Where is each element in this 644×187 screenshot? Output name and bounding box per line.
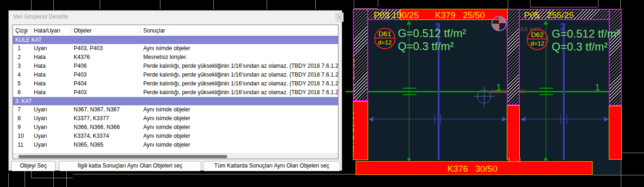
column-header-objects[interactable]: Objeler <box>71 27 141 34</box>
table-row[interactable]: 10UyarıK3374, K3374Aynı isimde objeler <box>13 132 338 141</box>
slab-tag-thickness: d=12 <box>375 39 395 49</box>
axis-arrow-up <box>543 20 548 25</box>
cell-type: Uyarı <box>32 141 71 149</box>
cell-objects: N365, N365 <box>71 141 141 149</box>
cell-line: 1 <box>13 44 32 53</box>
grid-line <box>622 153 644 153</box>
horizontal-scrollbar[interactable] <box>13 153 338 159</box>
cell-line: 7 <box>13 105 32 114</box>
grid-line <box>267 0 267 9</box>
slab-load-g: G=0.512 tf/m² <box>552 27 620 40</box>
beam-k371[interactable]: K371 25/50 <box>353 101 368 160</box>
cell-type: Hata <box>32 53 71 62</box>
grid-line <box>378 0 378 7</box>
select-same-results-all-floors-button[interactable]: Tüm Katlarda Sonuçları Aynı Olan Objeler… <box>203 161 340 171</box>
column-header-results[interactable]: Sonuçlar <box>141 27 338 34</box>
cell-objects: P404 <box>71 79 141 88</box>
cell-line: 5 <box>13 79 32 88</box>
column-separator <box>140 26 140 35</box>
slab-tag-d62[interactable]: D62 d=12 <box>527 29 548 50</box>
axis-1-label: 1 <box>595 83 600 92</box>
cell-result: Perde kalınlığı, perde yüksekliğinin 1/1… <box>141 79 338 88</box>
table-row[interactable]: 5HataP404Perde kalınlığı, perde yüksekli… <box>13 79 338 88</box>
dimension-arrow <box>521 117 525 122</box>
grid-line <box>31 171 32 178</box>
app-canvas: { "dialog": { "title": "Veri Girişlerini… <box>0 0 644 187</box>
table-header: Çizgi Hata/Uyarı Objeler Sonuçlar <box>13 25 338 36</box>
grid-line <box>593 175 644 175</box>
dialog-title: Veri Girişlerini Denetle <box>13 13 68 20</box>
grid-line <box>508 0 508 9</box>
column-separator <box>70 26 71 35</box>
beam-label: K376 30/50 <box>447 164 497 174</box>
grid-line <box>598 0 599 7</box>
slab-tag-thickness: d=12 <box>528 39 547 50</box>
column-header-type[interactable]: Hata/Uyarı <box>32 27 71 34</box>
group-header-row[interactable]: KULE KAT <box>13 36 338 44</box>
dimension-line <box>370 119 507 119</box>
cell-result: Aynı isimde objeler <box>141 44 338 53</box>
wall-p03-left[interactable]: P03 25/220 <box>353 9 368 101</box>
cell-objects: K4376 <box>71 53 141 62</box>
column-separator <box>31 26 31 35</box>
grid-line <box>73 174 356 174</box>
table-row[interactable]: 1UyarıP403, P403Aynı isimde objeler <box>13 44 338 53</box>
axis-foot <box>544 158 547 161</box>
table-row[interactable]: 6HataP403Perde kalınlığı, perde yüksekli… <box>13 88 338 97</box>
grid-line <box>31 0 32 10</box>
table-row[interactable]: 2HataK4376Mesnetsiz kirişler. <box>13 53 338 62</box>
cell-result: Perde kalınlığı, perde yüksekliğinin 1/1… <box>141 62 338 71</box>
select-same-results-floor-button[interactable]: İlgili katta Sonuçları Aynı Olan Objeler… <box>59 161 201 171</box>
cell-result: Perde kalınlığı, perde yüksekliğinin 1/1… <box>141 88 338 97</box>
cell-type: Uyarı <box>32 105 71 114</box>
wall-p04-left[interactable]: P04 25/220 <box>507 9 520 105</box>
cell-line: 3 <box>13 62 32 71</box>
cell-result: Aynı isimde objeler <box>141 132 338 141</box>
close-icon[interactable]: x <box>335 13 344 22</box>
north-symbol-icon <box>491 16 507 31</box>
group-header-row[interactable]: 3. KAT <box>13 97 338 105</box>
cell-objects: P403, P403 <box>71 44 141 53</box>
cell-line: 10 <box>13 132 32 141</box>
axis-tick <box>402 88 416 89</box>
table-row[interactable]: 3HataP406Perde kalınlığı, perde yüksekli… <box>13 62 338 71</box>
wall-p06-right[interactable]: P06 25/220 <box>609 9 622 106</box>
table-row[interactable]: 7UyarıN367, N367, N367Aynı isimde objele… <box>13 105 338 114</box>
table-row[interactable]: 8UyarıK3377, K3377Aynı isimde objeler <box>13 114 338 123</box>
dimension-line <box>521 119 609 119</box>
cell-line: 2 <box>13 53 32 62</box>
grid-line <box>530 7 598 7</box>
cell-type: Hata <box>32 88 71 97</box>
dimension-arrow <box>604 117 609 122</box>
dimension-tick <box>434 114 435 124</box>
grid-line <box>53 171 54 187</box>
cell-type: Hata <box>32 71 71 79</box>
table-row[interactable]: 9UyarıN366, N366, N366Aynı isimde objele… <box>13 123 338 132</box>
table-row[interactable]: 11UyarıN365, N365Aynı isimde objeler <box>13 141 338 149</box>
cell-objects: P403 <box>71 88 141 97</box>
axis-1-label: 1 <box>496 83 501 92</box>
cell-objects: N366, N366, N366 <box>71 123 141 132</box>
results-table: Çizgi Hata/Uyarı Objeler Sonuçlar KULE K… <box>13 25 338 159</box>
cell-objects: N367, N367, N367 <box>71 105 141 114</box>
grid-line <box>620 0 621 9</box>
cell-result: Aynı isimde objeler <box>141 105 338 114</box>
check-data-entries-dialog: Veri Girişlerini Denetle x Çizgi Hata/Uy… <box>8 10 342 171</box>
slab-tag-d61[interactable]: D61 d=12 <box>374 28 395 49</box>
cell-type: Uyarı <box>32 123 71 132</box>
scrollbar-thumb[interactable] <box>19 155 227 158</box>
beam-k372[interactable]: K372 25/50 <box>609 106 622 160</box>
grid-line <box>160 0 160 9</box>
dimension-tick <box>561 114 561 124</box>
table-row[interactable]: 4HataP403Perde kalınlığı, perde yüksekli… <box>13 71 338 79</box>
axis-tick <box>539 88 553 89</box>
beam-label: K378 25/50 <box>507 111 509 156</box>
slab-tag-name: D62 <box>528 30 547 39</box>
beam-k378[interactable]: K378 25/50 <box>507 105 520 160</box>
axis-tick <box>539 94 553 95</box>
cell-line: 9 <box>13 123 32 132</box>
column-header-line[interactable]: Çizgi <box>13 27 32 34</box>
wall-label: P04 25/220 <box>507 58 509 103</box>
select-object-button[interactable]: Objeyi Seç <box>11 161 56 171</box>
dialog-title-bar[interactable]: Veri Girişlerini Denetle <box>9 11 342 23</box>
